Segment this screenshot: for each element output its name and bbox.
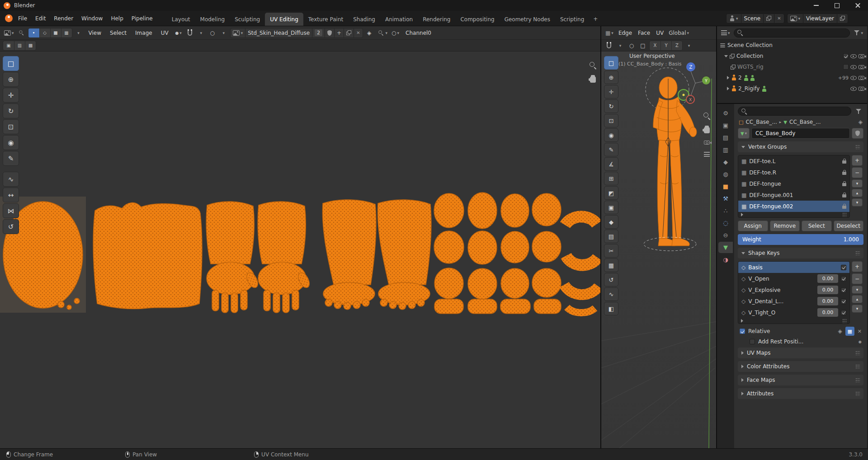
lock-icon[interactable]	[842, 183, 846, 186]
tab-scene[interactable]: ◆	[718, 156, 733, 168]
menu-render[interactable]: Render	[50, 13, 77, 24]
pinch-tool[interactable]: ⋈	[3, 203, 19, 218]
mirror-icon-button[interactable]: □	[638, 41, 648, 51]
snap-toggle[interactable]	[604, 41, 614, 51]
browse-image-dropdown[interactable]: ▾	[231, 28, 245, 38]
tab-object-data[interactable]: ▼	[718, 242, 733, 253]
loop-cut-tool[interactable]: ▤	[604, 230, 618, 243]
remove-shape-key-button[interactable]: −	[852, 273, 863, 284]
face-maps-panel-header[interactable]: Face Maps	[738, 375, 863, 385]
select-button[interactable]: Select	[802, 221, 832, 231]
open-image-button[interactable]	[344, 28, 354, 38]
drag-grip-icon[interactable]	[855, 391, 860, 396]
tab-world[interactable]: ◍	[718, 169, 733, 180]
new-image-button[interactable]: +	[334, 28, 344, 38]
editor-type-dropdown[interactable]: ▦▾	[604, 28, 615, 38]
camera-visibility-icon[interactable]	[859, 76, 864, 80]
list-item[interactable]: ◇V_Open0.00	[738, 273, 849, 284]
smooth-tool[interactable]: ∿	[604, 287, 618, 301]
proportional-edit-toggle[interactable]: ○	[627, 41, 637, 51]
annotate-tool[interactable]: ✎	[604, 143, 618, 156]
tab-output[interactable]: ▤	[718, 132, 733, 143]
filter-toggle-icon[interactable]	[741, 213, 743, 216]
measure-tool[interactable]: ∡	[604, 157, 618, 171]
image-name[interactable]: Std_Skin_Head_Diffuse	[245, 28, 312, 38]
breadcrumb-data[interactable]: CC_Base_...	[789, 119, 821, 125]
proportional-falloff-dropdown[interactable]: ▾	[219, 28, 229, 38]
list-item[interactable]: ▦DEF-toe.R	[738, 167, 849, 178]
list-item[interactable]: ▦DEF-toe.L	[738, 155, 849, 167]
image-users-count[interactable]: 2	[312, 28, 325, 38]
display-channels-dropdown[interactable]: Channel0	[402, 28, 435, 38]
move-tool[interactable]: ✛	[604, 85, 618, 99]
tab-constraints[interactable]: ⊖	[718, 230, 733, 241]
spin-tool[interactable]: ↺	[604, 273, 618, 286]
move-tool[interactable]: ✛	[3, 88, 19, 103]
pin-toggle[interactable]: ◈	[364, 28, 374, 38]
menu-pipeline[interactable]: Pipeline	[127, 13, 157, 24]
overlays-dropdown[interactable]: ○▾	[390, 28, 401, 38]
disclosure-triangle-icon[interactable]	[727, 87, 729, 90]
shape-key-value[interactable]: 0.00	[817, 297, 838, 305]
maximize-button[interactable]	[826, 0, 847, 11]
pan-hand-icon[interactable]	[704, 127, 710, 133]
extrude-region-tool[interactable]: ◩	[604, 186, 618, 200]
add-rest-position-checkbox[interactable]	[750, 339, 755, 344]
sticky-mode-shared-location-button[interactable]: ▣	[3, 41, 14, 50]
menu-file[interactable]: File	[14, 13, 31, 24]
sticky-mode-disabled-button[interactable]: ▩	[25, 41, 36, 50]
workspace-tab-sculpting[interactable]: Sculpting	[230, 13, 265, 26]
resize-grip-icon[interactable]	[842, 319, 847, 323]
eye-icon[interactable]	[850, 87, 857, 91]
remove-vertex-group-button[interactable]: −	[852, 167, 863, 178]
camera-visibility-icon[interactable]	[859, 87, 864, 91]
zoom-icon[interactable]	[589, 61, 597, 69]
collection-checkbox[interactable]	[843, 53, 849, 59]
shape-key-mute-checkbox[interactable]	[841, 310, 846, 315]
lock-icon[interactable]	[842, 172, 846, 175]
uv-sync-selection-toggle[interactable]	[17, 28, 27, 38]
outliner-filter-button[interactable]: ▾	[852, 28, 864, 38]
shape-key-mute-checkbox[interactable]	[841, 276, 846, 282]
outliner-row-wgts-rig[interactable]: WGTS_rig	[717, 61, 867, 72]
relax-tool[interactable]: ∿	[3, 172, 19, 187]
drag-grip-icon[interactable]	[855, 378, 860, 382]
tab-tool[interactable]: ⚙	[718, 108, 733, 119]
menu-edit[interactable]: Edit	[31, 13, 50, 24]
move-group-up-button[interactable]: ▴	[852, 189, 863, 197]
outliner-row-collection[interactable]: Collection	[717, 51, 867, 61]
options-dropdown[interactable]: ▾	[684, 41, 694, 51]
workspace-tab-geometry-nodes[interactable]: Geometry Nodes	[500, 13, 555, 26]
drag-grip-icon[interactable]	[855, 351, 860, 355]
drag-grip-icon[interactable]	[855, 145, 860, 149]
tab-material[interactable]: ◑	[718, 254, 733, 265]
scale-tool[interactable]: ⊡	[3, 119, 19, 134]
menu-help[interactable]: Help	[107, 13, 127, 24]
camera-view-icon[interactable]	[704, 141, 710, 145]
outliner-search-input[interactable]	[734, 28, 850, 38]
minimize-button[interactable]	[806, 0, 826, 11]
scale-tool[interactable]: ⊡	[604, 114, 618, 127]
add-cube-tool[interactable]: ⊞	[604, 172, 618, 185]
resize-grip-icon[interactable]	[842, 212, 847, 217]
select-box-tool[interactable]: □	[604, 56, 618, 70]
shape-keys-panel-header[interactable]: Shape Keys	[738, 248, 863, 258]
uv-select-edge-button[interactable]: ◇	[39, 28, 50, 38]
deselect-button[interactable]: Deselect	[834, 221, 864, 231]
attributes-panel-header[interactable]: Attributes	[738, 388, 863, 399]
pin-icon[interactable]: ◈	[859, 119, 863, 125]
outliner-row-armature-2[interactable]: 2 +99	[717, 72, 867, 83]
list-item[interactable]: ◇V_Dental_L...0.00	[738, 296, 849, 307]
mirror-y-button[interactable]: Y	[660, 41, 671, 50]
workspace-tab-layout[interactable]: Layout	[167, 13, 195, 26]
tab-view-layer[interactable]: ▥	[718, 144, 733, 155]
browse-view-layer-dropdown[interactable]: ▾	[788, 14, 803, 23]
uv-select-island-button[interactable]: ▦	[61, 28, 72, 38]
workspace-tab-texture-paint[interactable]: Texture Paint	[303, 13, 348, 26]
sticky-selection-dropdown[interactable]: ▾	[74, 28, 84, 38]
zoom-icon[interactable]	[703, 112, 711, 120]
bevel-tool[interactable]: ◆	[604, 215, 618, 229]
lock-icon[interactable]	[842, 194, 846, 197]
viewport-menu-uv[interactable]: UV	[654, 28, 666, 38]
blender-menu-button[interactable]	[4, 14, 14, 23]
